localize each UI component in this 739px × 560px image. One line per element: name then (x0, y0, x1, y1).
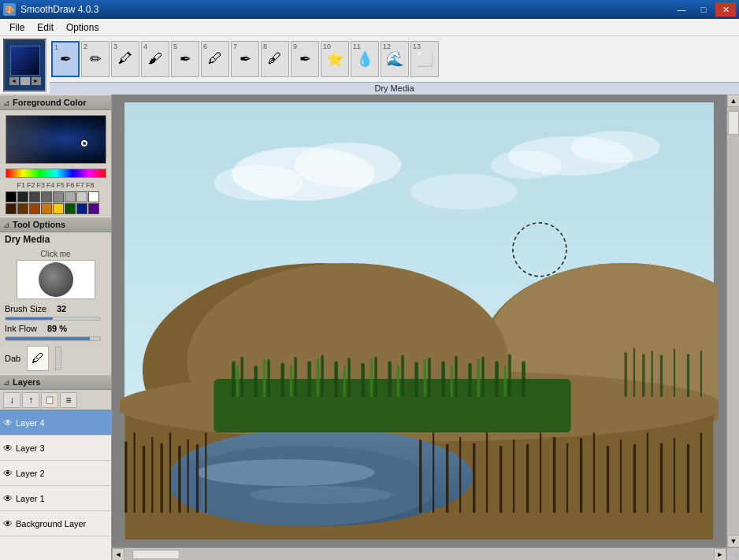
brush-tool-3-button[interactable]: 3🖍 (111, 41, 139, 77)
menu-file[interactable]: File (3, 20, 31, 35)
color-swatch-5[interactable] (65, 191, 76, 202)
color-swatch-7[interactable] (88, 191, 99, 202)
brush-size-slider[interactable] (5, 317, 101, 321)
svg-rect-22 (254, 365, 258, 397)
hue-slider[interactable] (6, 169, 106, 178)
layer-item-3[interactable]: 👁 Layer 1 (0, 486, 111, 511)
svg-rect-70 (499, 446, 502, 513)
scroll-left-arrow[interactable]: ◄ (112, 548, 124, 561)
color-swatch-2[interactable] (29, 191, 40, 202)
expand-icon-2: ⊿ (3, 221, 9, 229)
svg-rect-82 (660, 443, 663, 513)
color-swatch-0[interactable] (6, 191, 17, 202)
brush-tool-8-button[interactable]: 8🖋 (261, 41, 289, 77)
brush-tool-1-button[interactable]: 1✒ (51, 41, 80, 77)
title-bar: 🎨 SmoothDraw 4.0.3 — □ ✕ (0, 0, 739, 19)
svg-rect-76 (580, 438, 582, 513)
svg-rect-89 (651, 350, 652, 397)
window-controls: — □ ✕ (671, 2, 736, 17)
brush-tool-6-button[interactable]: 6🖊 (201, 41, 229, 77)
layer-item-1[interactable]: 👁 Layer 3 (0, 436, 111, 461)
color-swatch-10[interactable] (29, 203, 40, 214)
color-swatch-9[interactable] (17, 203, 28, 214)
brush-size-value: 32 (57, 304, 66, 313)
color-swatch-15[interactable] (88, 203, 99, 214)
brush-tool-12-button[interactable]: 12🌊 (381, 41, 409, 77)
layer-visibility-0[interactable]: 👁 (3, 417, 13, 428)
scroll-thumb-vertical[interactable] (728, 111, 739, 135)
svg-point-7 (491, 150, 563, 179)
svg-rect-39 (481, 357, 484, 397)
brush-tool-2-button[interactable]: 2✏ (81, 41, 110, 77)
layer-visibility-1[interactable]: 👁 (3, 443, 13, 454)
color-swatch-13[interactable] (65, 203, 76, 214)
scroll-thumb-horizontal[interactable] (132, 550, 180, 559)
expand-icon: ⊿ (3, 98, 9, 107)
layer-duplicate-button[interactable]: 📋 (41, 392, 58, 408)
svg-rect-93 (700, 350, 702, 397)
svg-rect-30 (361, 363, 365, 397)
menu-edit[interactable]: Edit (31, 20, 60, 35)
tool-preview-inner (10, 46, 40, 76)
svg-rect-64 (419, 439, 421, 513)
layers-header[interactable]: ⊿ Layers (0, 374, 111, 390)
ink-flow-row: Ink Flow 89 % (0, 322, 111, 335)
painting-canvas[interactable] (120, 102, 719, 540)
color-swatch-4[interactable] (53, 191, 64, 202)
layer-visibility-3[interactable]: 👁 (3, 493, 13, 504)
f6-label: F6 (66, 181, 75, 189)
menu-options[interactable]: Options (60, 20, 105, 35)
close-button[interactable]: ✕ (715, 2, 736, 17)
tool-options-header[interactable]: ⊿ Tool Options (0, 217, 111, 232)
scroll-up-arrow[interactable]: ▲ (727, 95, 739, 107)
tool-options-label: Tool Options (13, 220, 65, 229)
foreground-color-header[interactable]: ⊿ Foreground Color (0, 95, 111, 110)
layer-visibility-2[interactable]: 👁 (3, 468, 13, 479)
layer-move-up-button[interactable]: ↑ (22, 392, 39, 408)
brush-tool-7-button[interactable]: 7✒ (231, 41, 259, 77)
canvas-area[interactable]: ▲ ▼ ◄ ► ⟍ (112, 95, 739, 560)
dab-slider[interactable] (55, 347, 61, 370)
color-swatch-1[interactable] (17, 191, 28, 202)
svg-point-6 (571, 131, 660, 163)
svg-rect-74 (553, 437, 555, 513)
layer-visibility-4[interactable]: 👁 (3, 518, 13, 529)
color-swatch-3[interactable] (41, 191, 52, 202)
brush-tool-5-button[interactable]: 5✒ (171, 41, 199, 77)
brush-tool-4-button[interactable]: 4🖌 (141, 41, 169, 77)
scroll-track-vertical[interactable] (727, 107, 739, 535)
brush-tool-13-button[interactable]: 13⬜ (410, 41, 439, 77)
svg-point-18 (250, 486, 392, 504)
color-swatch-12[interactable] (53, 203, 64, 214)
scroll-track-horizontal[interactable] (124, 549, 714, 560)
color-swatch-14[interactable] (76, 203, 87, 214)
layer-item-2[interactable]: 👁 Layer 2 (0, 461, 111, 486)
scroll-down-arrow[interactable]: ▼ (727, 535, 739, 547)
brush-tool-10-button[interactable]: 10⭐ (321, 41, 349, 77)
minimize-button[interactable]: — (671, 2, 692, 17)
layer-item-4[interactable]: 👁 Background Layer (0, 511, 111, 536)
maximize-button[interactable]: □ (693, 2, 714, 17)
ink-flow-slider[interactable] (5, 336, 101, 341)
bottom-scrollbar[interactable]: ◄ ► (112, 547, 726, 560)
color-swatch-8[interactable] (6, 203, 17, 214)
layers-label: Layers (13, 377, 40, 387)
brush-preview-circle (39, 262, 73, 297)
svg-rect-52 (477, 359, 480, 397)
brush-tool-9-button[interactable]: 9✒ (291, 41, 319, 77)
color-gradient-picker[interactable] (6, 115, 106, 164)
svg-rect-25 (294, 357, 296, 397)
right-scrollbar[interactable]: ▲ ▼ (726, 95, 739, 547)
color-swatch-11[interactable] (41, 203, 52, 214)
layer-move-down-button[interactable]: ↓ (3, 392, 20, 408)
brush-preview-container[interactable] (17, 260, 95, 299)
svg-rect-47 (344, 365, 346, 397)
svg-point-8 (410, 174, 518, 210)
dry-media-label: Dry Media (374, 83, 414, 93)
layer-menu-button[interactable]: ≡ (60, 392, 77, 408)
color-swatch-6[interactable] (76, 191, 87, 202)
layer-item-0[interactable]: 👁 Layer 4 (0, 410, 111, 436)
scroll-right-arrow[interactable]: ► (714, 548, 726, 561)
brush-tool-11-button[interactable]: 11💧 (351, 41, 379, 77)
svg-rect-85 (700, 432, 702, 513)
